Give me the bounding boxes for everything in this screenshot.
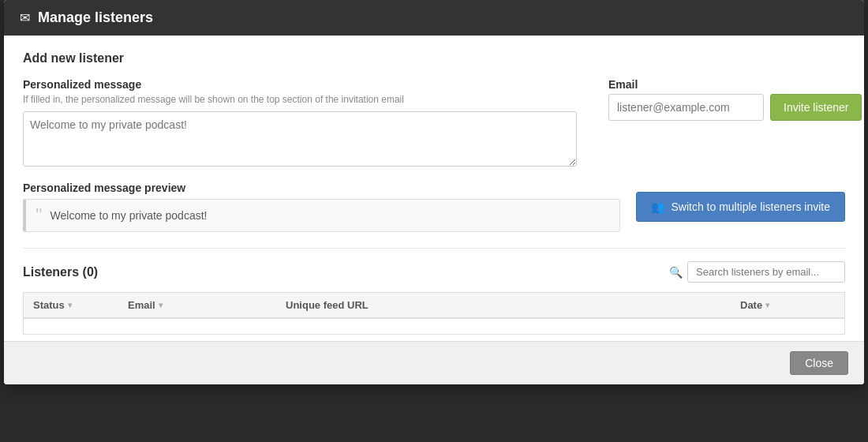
email-col-label: Email <box>128 299 155 311</box>
close-button[interactable]: Close <box>790 351 848 375</box>
column-status[interactable]: Status ▾ <box>33 299 128 311</box>
personalized-message-group: Personalized message If filled in, the p… <box>23 78 577 169</box>
form-row: Personalized message If filled in, the p… <box>23 78 845 169</box>
search-listeners-input[interactable] <box>687 261 845 283</box>
switch-to-multiple-button[interactable]: 👥 Switch to multiple listeners invite <box>636 192 845 222</box>
search-container: 🔍 <box>669 261 845 283</box>
modal-body: Add new listener Personalized message If… <box>4 36 864 335</box>
email-row: Invite listener <box>608 94 845 121</box>
listeners-header: Listeners (0) 🔍 <box>23 261 845 283</box>
date-col-label: Date <box>740 299 762 311</box>
invite-listener-button[interactable]: Invite listener <box>770 94 862 121</box>
search-icon: 🔍 <box>669 266 683 279</box>
envelope-icon: ✉ <box>20 10 30 25</box>
personalized-message-textarea[interactable] <box>23 111 577 167</box>
status-sort-arrow: ▾ <box>68 301 72 309</box>
modal-footer: Close <box>4 341 864 384</box>
listeners-title: Listeners (0) <box>23 265 98 279</box>
column-url: Unique feed URL <box>286 299 740 311</box>
switch-button-label: Switch to multiple listeners invite <box>671 200 830 213</box>
modal-overlay: ✉ Manage listeners Add new listener Pers… <box>0 0 868 442</box>
table-empty-rows <box>23 319 845 335</box>
preview-box: " Welcome to my private podcast! <box>23 199 620 232</box>
add-section-title: Add new listener <box>23 51 845 66</box>
column-date[interactable]: Date ▾ <box>740 299 835 311</box>
email-group: Email Invite listener <box>608 78 845 169</box>
url-col-label: Unique feed URL <box>286 299 369 311</box>
quote-icon: " <box>36 206 43 225</box>
date-sort-arrow: ▾ <box>765 301 769 309</box>
modal: ✉ Manage listeners Add new listener Pers… <box>4 0 864 384</box>
modal-title: Manage listeners <box>38 9 153 26</box>
preview-label: Personalized message preview <box>23 182 620 194</box>
preview-text: Welcome to my private podcast! <box>51 209 208 222</box>
email-input[interactable] <box>608 94 764 121</box>
email-label: Email <box>608 78 845 91</box>
column-email[interactable]: Email ▾ <box>128 299 286 311</box>
listeners-section: Listeners (0) 🔍 Status ▾ Email ▾ <box>23 248 845 335</box>
modal-header: ✉ Manage listeners <box>4 0 864 36</box>
preview-row: Personalized message preview " Welcome t… <box>23 182 845 232</box>
status-col-label: Status <box>33 299 65 311</box>
table-header: Status ▾ Email ▾ Unique feed URL Date ▾ <box>23 292 845 319</box>
preview-section: Personalized message preview " Welcome t… <box>23 182 620 232</box>
multiple-users-icon: 👥 <box>651 200 664 213</box>
email-sort-arrow: ▾ <box>159 301 163 309</box>
personalized-message-hint: If filled in, the personalized message w… <box>23 94 577 105</box>
personalized-message-label: Personalized message <box>23 78 577 91</box>
